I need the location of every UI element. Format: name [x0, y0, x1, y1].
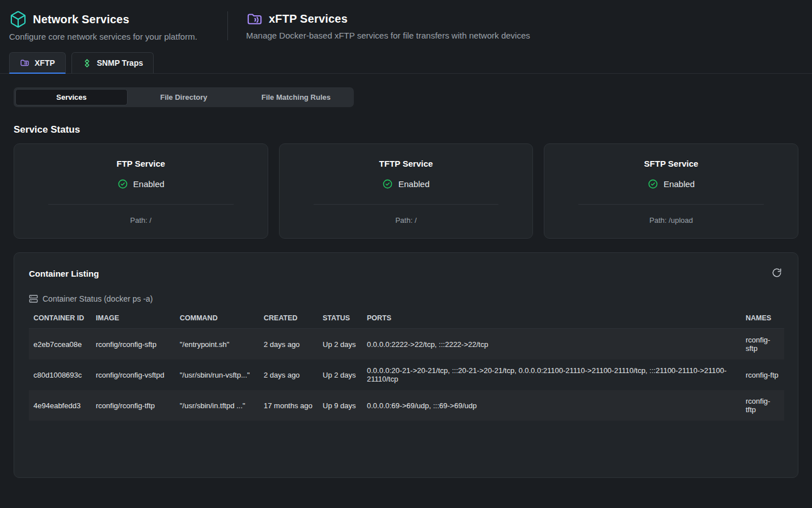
cell-names: rconfig-tftp: [741, 390, 784, 421]
container-status-line: Container Status (docker ps -a): [29, 294, 783, 303]
subtab-bar: Services File Directory File Matching Ru…: [14, 87, 354, 107]
cell-ports: 0.0.0.0:2222->22/tcp, :::2222->22/tcp: [362, 329, 741, 360]
folder-transfer-icon: [246, 10, 263, 27]
xftp-services-header: xFTP Services Manage Docker-based xFTP s…: [228, 10, 530, 41]
cell-names: rconfig-sftp: [741, 329, 784, 360]
network-services-header: Network Services Configure core network …: [9, 10, 227, 41]
service-card-title: FTP Service: [28, 159, 254, 168]
tab-label: SNMP Traps: [97, 58, 143, 67]
service-card-ftp: FTP Service Enabled Path: /: [14, 143, 268, 239]
cell-container-id: 4e94eabfedd3: [29, 390, 91, 421]
service-path: Path: /: [293, 216, 519, 225]
col-header-container-id: CONTAINER ID: [29, 308, 91, 329]
section-header-title: xFTP Services: [269, 12, 348, 26]
col-header-created: CREATED: [259, 308, 318, 329]
service-path: Path: /upload: [558, 216, 784, 225]
col-header-status: STATUS: [318, 308, 362, 329]
service-status-heading: Service Status: [14, 124, 798, 136]
service-status-row: Enabled: [117, 179, 164, 189]
table-row: c80d1008693c rconfig/rconfig-vsftpd "/us…: [29, 359, 784, 390]
col-header-names: NAMES: [741, 308, 784, 329]
container-listing-card: Container Listing Container Stat: [14, 252, 798, 478]
service-status-label: Enabled: [133, 179, 164, 189]
col-header-command: COMMAND: [175, 308, 259, 329]
service-status-label: Enabled: [398, 179, 429, 189]
service-status-row: Enabled: [648, 179, 695, 189]
cell-status: Up 9 days: [318, 390, 362, 421]
service-card-sftp: SFTP Service Enabled Path: /upload: [544, 143, 798, 239]
card-divider: [48, 204, 234, 205]
check-circle-icon: [648, 179, 658, 189]
service-card-title: TFTP Service: [293, 159, 519, 168]
section-header-subtitle: Manage Docker-based xFTP services for fi…: [246, 31, 530, 40]
service-status-row: Enabled: [382, 179, 429, 189]
subtab-services[interactable]: Services: [15, 89, 128, 105]
cell-container-id: c80d1008693c: [29, 359, 91, 390]
tab-label: XFTP: [35, 58, 55, 67]
cell-names: rconfig-ftp: [741, 359, 784, 390]
container-status-label: Container Status (docker ps -a): [43, 294, 153, 303]
service-card-tftp: TFTP Service Enabled Path: /: [279, 143, 534, 239]
table-row: 4e94eabfedd3 rconfig/rconfig-tftp "/usr/…: [29, 390, 784, 421]
box-icon: [9, 10, 27, 28]
check-circle-icon: [382, 179, 393, 189]
cell-image: rconfig/rconfig-vsftpd: [91, 359, 175, 390]
col-header-ports: PORTS: [362, 308, 741, 329]
cell-command: "/entrypoint.sh": [175, 329, 259, 360]
snmp-traps-icon: [82, 58, 92, 68]
col-header-image: IMAGE: [91, 308, 175, 329]
cell-created: 2 days ago: [259, 359, 318, 390]
cell-ports: 0.0.0.0:20-21->20-21/tcp, :::20-21->20-2…: [362, 359, 741, 390]
network-services-title-row: Network Services: [9, 10, 227, 28]
page-title: Network Services: [33, 13, 129, 26]
service-path: Path: /: [28, 216, 254, 225]
container-table: CONTAINER ID IMAGE COMMAND CREATED STATU…: [29, 308, 784, 421]
service-status-label: Enabled: [663, 179, 695, 189]
container-listing-header: Container Listing: [29, 266, 783, 281]
folder-transfer-icon: [20, 58, 29, 67]
page-header: Network Services Configure core network …: [0, 0, 812, 47]
cell-created: 17 months ago: [259, 390, 318, 421]
cell-command: "/usr/sbin/in.tftpd ...": [175, 390, 259, 421]
card-divider: [578, 204, 764, 205]
container-listing-title: Container Listing: [29, 269, 99, 278]
cell-created: 2 days ago: [259, 329, 318, 360]
table-header-row: CONTAINER ID IMAGE COMMAND CREATED STATU…: [29, 308, 784, 329]
cell-status: Up 2 days: [318, 359, 362, 390]
service-status-cards: FTP Service Enabled Path: / TFTP Service: [14, 143, 798, 239]
tab-snmp-traps[interactable]: SNMP Traps: [71, 52, 154, 74]
cell-ports: 0.0.0.0:69->69/udp, :::69->69/udp: [362, 390, 741, 421]
page-subtitle: Configure core network services for your…: [9, 32, 227, 41]
table-row: e2eb7ccea08e rconfig/rconfig-sftp "/entr…: [29, 329, 784, 360]
service-card-title: SFTP Service: [558, 159, 784, 168]
check-circle-icon: [117, 179, 128, 189]
top-tab-bar: XFTP SNMP Traps: [0, 47, 812, 74]
network-services-page: Network Services Configure core network …: [0, 0, 812, 492]
refresh-button[interactable]: [771, 266, 783, 281]
cell-image: rconfig/rconfig-sftp: [91, 329, 175, 360]
subtab-file-directory[interactable]: File Directory: [128, 89, 240, 105]
main-content: Services File Directory File Matching Ru…: [0, 74, 812, 492]
server-stack-icon: [29, 294, 38, 303]
tab-xftp[interactable]: XFTP: [9, 52, 66, 74]
cell-image: rconfig/rconfig-tftp: [91, 390, 175, 421]
xftp-services-title-row: xFTP Services: [246, 10, 530, 27]
cell-command: "/usr/sbin/run-vsftp...": [175, 359, 259, 390]
card-divider: [314, 204, 499, 205]
cell-status: Up 2 days: [318, 329, 362, 360]
cell-container-id: e2eb7ccea08e: [29, 329, 91, 360]
subtab-file-matching-rules[interactable]: File Matching Rules: [240, 89, 352, 105]
